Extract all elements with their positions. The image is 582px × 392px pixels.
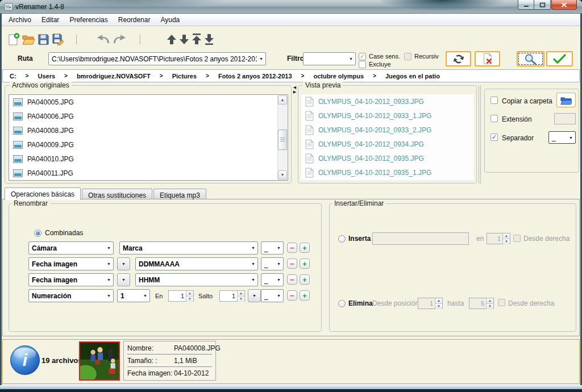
numbering-start-select[interactable]: 1▼	[117, 289, 150, 302]
menu-editar[interactable]: Editar	[36, 14, 64, 26]
chevron-down-icon[interactable]: ▼	[275, 278, 283, 282]
chevron-down-icon[interactable]: ▼	[275, 294, 283, 298]
breadcrumb-item[interactable]: Juegos en el patio	[385, 73, 440, 80]
chevron-down-icon[interactable]: ▼	[567, 136, 575, 140]
chevron-down-icon[interactable]: ▼	[257, 57, 265, 61]
menu-ayuda[interactable]: Ayuda	[155, 14, 185, 26]
rename-separator-select[interactable]: _▼	[261, 273, 284, 286]
minimize-button[interactable]	[518, 0, 534, 10]
refresh-button[interactable]	[446, 51, 471, 66]
remove-row-button[interactable]: −	[287, 258, 297, 269]
spinner-arrows[interactable]: ▲▼	[237, 291, 244, 301]
inserta-position-spinner[interactable]: 1 ▲▼	[487, 233, 510, 244]
browse-folder-button[interactable]	[556, 93, 576, 107]
chevron-down-icon[interactable]: ▼	[105, 294, 113, 298]
close-button[interactable]	[551, 0, 577, 10]
separator-combobox[interactable]: _ ▼	[548, 131, 576, 144]
chevron-down-icon[interactable]: ▼	[275, 246, 283, 250]
rename-field-select[interactable]: Cámara▼	[28, 241, 114, 255]
breadcrumb-item[interactable]: octubre olympus	[313, 73, 364, 80]
format-dropdown-button[interactable]: ▼	[117, 273, 130, 286]
open-folder-button[interactable]	[21, 32, 36, 47]
extension-field[interactable]	[554, 113, 576, 124]
preview-list[interactable]: OLYMPUS_04-10-2012_0933.JPG OLYMPUS_04-1…	[301, 94, 473, 180]
combinadas-radio[interactable]	[34, 230, 41, 237]
spinner-arrows[interactable]: ▲▼	[486, 298, 493, 308]
add-row-button[interactable]: +	[300, 274, 310, 285]
rename-value-select[interactable]: HHMM▼	[135, 273, 258, 286]
new-file-button[interactable]	[6, 32, 21, 47]
splitter-handle[interactable]: ◀ ▶	[292, 85, 297, 94]
add-row-button[interactable]: +	[300, 258, 310, 269]
filtro-combobox[interactable]: ▼	[303, 52, 356, 65]
chevron-down-icon[interactable]: ▼	[249, 278, 257, 282]
chevron-down-icon[interactable]: ▼	[249, 246, 257, 250]
rename-separator-select[interactable]: _▼	[261, 257, 284, 270]
rename-field-select[interactable]: Numeración▼	[28, 289, 114, 302]
add-row-button[interactable]: +	[300, 290, 310, 301]
breadcrumb-item[interactable]: C:	[10, 73, 16, 80]
apply-button[interactable]	[546, 51, 573, 66]
menu-reordenar[interactable]: Reordenar	[113, 14, 156, 26]
chevron-down-icon[interactable]: ▼	[105, 278, 113, 282]
chevron-down-icon[interactable]: ▼	[249, 262, 257, 266]
recursiv-checkbox[interactable]	[404, 53, 411, 60]
titlebar[interactable]: vRenamer 1.4-8	[0, 0, 582, 14]
rename-separator-select[interactable]: _▼	[261, 241, 284, 255]
list-item[interactable]: PA040005.JPG	[9, 95, 288, 109]
remove-row-button[interactable]: −	[287, 274, 297, 285]
chevron-down-icon[interactable]: ▼	[141, 294, 149, 298]
remove-row-button[interactable]: −	[287, 290, 297, 301]
list-item[interactable]: OLYMPUS_04-10-2012_0933_2.JPG	[301, 123, 473, 137]
rename-field-select[interactable]: Fecha imagen▼	[28, 273, 114, 286]
spinner-arrows[interactable]: ▲▼	[186, 291, 193, 301]
chevron-down-icon[interactable]: ▼	[275, 262, 283, 266]
extension-checkbox[interactable]	[490, 115, 498, 122]
list-item[interactable]: OLYMPUS_04-10-2012_0933_1.JPG	[301, 109, 473, 123]
scroll-down-icon[interactable]: ▼	[278, 170, 287, 180]
breadcrumb-item[interactable]: Fotos 2 anyos 2012-2013	[218, 73, 292, 80]
copy-to-folder-checkbox[interactable]	[490, 97, 498, 104]
tab-operaciones-basicas[interactable]: Operaciones básicas	[5, 187, 81, 200]
elimina-from-spinner[interactable]: 1 ▲▼	[418, 298, 443, 309]
list-item[interactable]: OLYMPUS_04-10-2012_0934.JPG	[301, 137, 473, 151]
inserta-radio[interactable]	[338, 235, 346, 243]
scrollbar[interactable]: ▲ ▼	[277, 95, 287, 180]
breadcrumb-item[interactable]: Users	[38, 73, 55, 80]
scroll-up-icon[interactable]: ▲	[278, 95, 287, 105]
list-item[interactable]: OLYMPUS_04-10-2012_0933.JPG	[301, 94, 473, 109]
menu-archivo[interactable]: Archivo	[3, 14, 36, 26]
list-item[interactable]: PA040011.JPG	[9, 166, 288, 180]
redo-button[interactable]	[112, 32, 127, 47]
salto-spinner[interactable]: 1 ▲▼	[219, 290, 245, 302]
chevron-down-icon[interactable]: ▼	[105, 262, 113, 266]
elimina-desde-derecha-checkbox[interactable]	[498, 299, 505, 306]
scroll-thumb[interactable]	[278, 130, 287, 150]
maximize-button[interactable]	[534, 0, 551, 10]
originals-list[interactable]: PA040005.JPG PA040006.JPG PA040008.JPG P…	[9, 94, 288, 181]
remove-row-button[interactable]: −	[287, 243, 297, 253]
breadcrumb-item[interactable]: bmrodriguez.NOVASOFT	[77, 73, 151, 80]
clear-list-button[interactable]	[475, 51, 500, 66]
rename-value-select[interactable]: Marca▼	[119, 241, 258, 255]
format-dropdown-button[interactable]: ▼	[117, 257, 130, 270]
list-item[interactable]: OLYMPUS_04-10-2012_0935_1.JPG	[301, 165, 473, 180]
chevron-down-icon[interactable]: ▼	[347, 57, 355, 61]
case-sens-checkbox[interactable]: ✓	[359, 53, 366, 60]
chevron-down-icon[interactable]: ▼	[105, 246, 113, 250]
add-row-button[interactable]: +	[300, 243, 310, 253]
inserta-desde-derecha-checkbox[interactable]	[513, 235, 521, 242]
breadcrumb-item[interactable]: Pictures	[172, 73, 197, 80]
list-item[interactable]: PA040008.JPG	[9, 123, 288, 137]
list-item[interactable]: PA040009.JPG	[9, 137, 288, 152]
splitter-left-icon[interactable]: ◀	[292, 85, 297, 90]
rename-field-select[interactable]: Fecha imagen▼	[28, 257, 114, 270]
list-item[interactable]: PA040006.JPG	[9, 109, 288, 123]
inserta-text-field[interactable]	[372, 232, 469, 245]
excluye-checkbox[interactable]	[359, 61, 366, 68]
separator-checkbox[interactable]: ✓	[490, 134, 498, 141]
elimina-to-spinner[interactable]: 5 ▲▼	[469, 298, 494, 309]
tab-etiqueta-mp3[interactable]: Etiqueta mp3	[153, 189, 206, 199]
splitter-right-icon[interactable]: ▶	[292, 90, 297, 94]
vertical-splitter[interactable]	[479, 85, 481, 184]
